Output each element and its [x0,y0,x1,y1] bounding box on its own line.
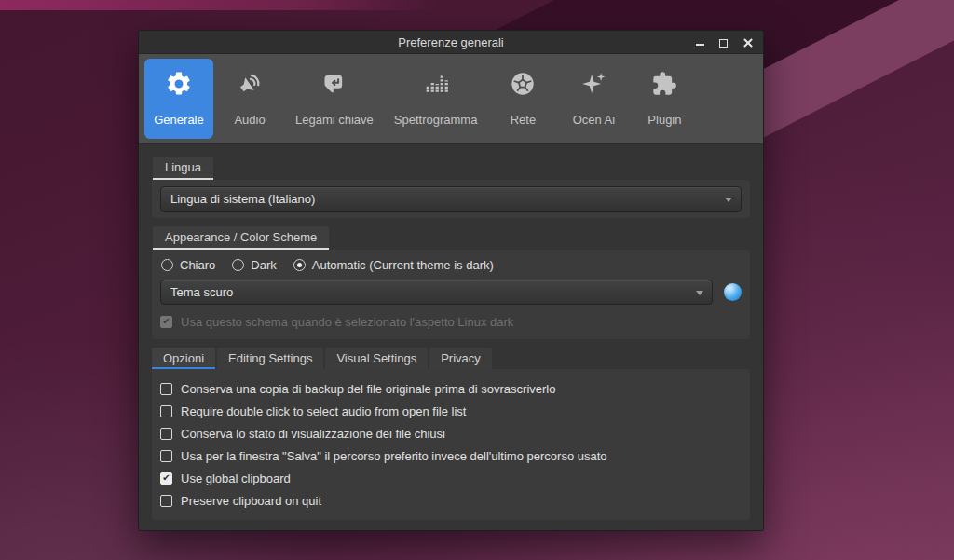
theme-row: Tema scuro [160,280,742,305]
keyboard-key-icon [321,64,348,103]
checkbox-unchecked-icon [160,405,172,417]
toolbar-item-rete[interactable]: Rete [488,59,557,139]
radio-chiaro[interactable]: Chiaro [161,258,215,272]
globe-icon [510,64,536,103]
close-button[interactable] [743,37,754,48]
spectrogram-icon [422,64,450,103]
checkbox-checked-icon [160,472,172,485]
tab-lingua[interactable]: Lingua [153,157,213,180]
appearance-section: Appearance / Color Scheme Chiaro Dark Au… [152,226,750,339]
checkbox-row-preserve-clipboard[interactable]: Preserve clipboard on quit [160,489,742,512]
tab-appearance[interactable]: Appearance / Color Scheme [153,226,329,250]
toolbar-item-label: Audio [234,103,265,135]
toolbar-item-ocen-ai[interactable]: Ocen Ai [559,59,628,139]
checkbox-row-save-path[interactable]: Usa per la finestra "Salva" il percorso … [160,444,742,467]
radio-icon [161,259,173,271]
toolbar-item-plugin[interactable]: Plugin [630,59,699,139]
theme-radio-group: Chiaro Dark Automatic (Current theme is … [160,256,742,280]
toolbar-item-audio[interactable]: Audio [215,59,284,139]
language-panel: Lingua di sistema (Italiano) [152,180,750,218]
chevron-down-icon [725,198,732,202]
titlebar[interactable]: Preferenze generali [139,31,763,54]
preferences-content: Lingua Lingua di sistema (Italiano) Appe… [139,144,763,530]
color-swatch-sphere[interactable] [724,283,742,301]
radio-label: Automatic (Current theme is dark) [312,258,494,272]
toolbar-item-spettrogramma[interactable]: Spettrogramma [385,59,487,139]
toolbar-item-label: Rete [511,103,536,135]
checkbox-label: Usa per la finestra "Salva" il percorso … [181,449,607,463]
checkbox-unchecked-icon [160,383,172,395]
radio-selected-icon [293,259,306,271]
radio-icon [232,259,244,271]
radio-automatic[interactable]: Automatic (Current theme is dark) [293,258,494,272]
checkbox-unchecked-icon [160,450,172,462]
options-panel: Conserva una copia di backup del file or… [152,369,750,520]
radio-label: Dark [251,258,276,272]
checkbox-label: Conserva lo stato di visualizzazione dei… [181,427,445,441]
toolbar-item-label: Ocen Ai [573,103,616,135]
chevron-down-icon [696,291,703,295]
preferences-window: Preferenze generali Generale Audio Legam… [138,30,764,531]
toolbar-item-label: Generale [154,103,203,135]
speaker-icon [236,64,264,103]
toolbar-item-legami-chiave[interactable]: Legami chiave [286,59,383,139]
preferences-toolbar: Generale Audio Legami chiave Spettrogram… [139,54,763,144]
window-title: Preferenze generali [139,35,763,49]
linux-dark-checkbox-row: Usa questo schema quando è selezionato l… [160,310,742,333]
checkbox-label: Preserve clipboard on quit [181,494,321,508]
language-dropdown[interactable]: Lingua di sistema (Italiano) [160,186,742,212]
appearance-panel: Chiaro Dark Automatic (Current theme is … [152,250,750,339]
theme-dropdown-value: Tema scuro [170,285,233,299]
language-section: Lingua Lingua di sistema (Italiano) [152,157,750,218]
tab-editing-settings[interactable]: Editing Settings [217,348,323,369]
desktop: { "window": { "title": "Preferenze gener… [0,0,954,560]
checkbox-row-double-click[interactable]: Require double click to select audio fro… [160,400,742,422]
options-section: Opzioni Editing Settings Visual Settings… [152,348,750,520]
tab-privacy[interactable]: Privacy [429,348,492,369]
checkbox-label: Use global clipboard [181,471,291,485]
checkbox-label: Conserva una copia di backup del file or… [181,382,555,396]
radio-dark[interactable]: Dark [232,258,276,272]
checkbox-row-global-clipboard[interactable]: Use global clipboard [160,467,742,489]
sparkle-icon [579,64,607,103]
tab-visual-settings[interactable]: Visual Settings [325,348,428,369]
maximize-button[interactable] [719,37,730,48]
toolbar-item-label: Plugin [647,103,681,135]
maximize-icon [719,39,728,48]
theme-dropdown[interactable]: Tema scuro [160,280,713,305]
window-controls [696,31,754,54]
wallpaper-top-strip [0,0,439,10]
checkbox-unchecked-icon [160,428,172,440]
toolbar-item-label: Legami chiave [295,103,374,135]
gear-icon [165,64,193,103]
minimize-icon [696,37,704,46]
checkbox-row-backup-copy[interactable]: Conserva una copia di backup del file or… [160,377,742,400]
checkbox-label: Usa questo schema quando è selezionato l… [181,315,513,329]
checkbox-row-view-state[interactable]: Conserva lo stato di visualizzazione dei… [160,422,742,444]
checkbox-unchecked-icon [160,495,172,507]
radio-label: Chiaro [180,258,215,272]
toolbar-item-generale[interactable]: Generale [144,59,213,139]
puzzle-icon [651,64,677,103]
toolbar-item-label: Spettrogramma [394,103,478,135]
options-tab-bar: Opzioni Editing Settings Visual Settings… [152,348,750,369]
checkbox-label: Require double click to select audio fro… [181,404,466,418]
tab-opzioni[interactable]: Opzioni [152,348,215,369]
language-dropdown-value: Lingua di sistema (Italiano) [170,192,315,206]
minimize-button[interactable] [696,37,707,48]
checkbox-checked-disabled-icon [160,316,172,328]
